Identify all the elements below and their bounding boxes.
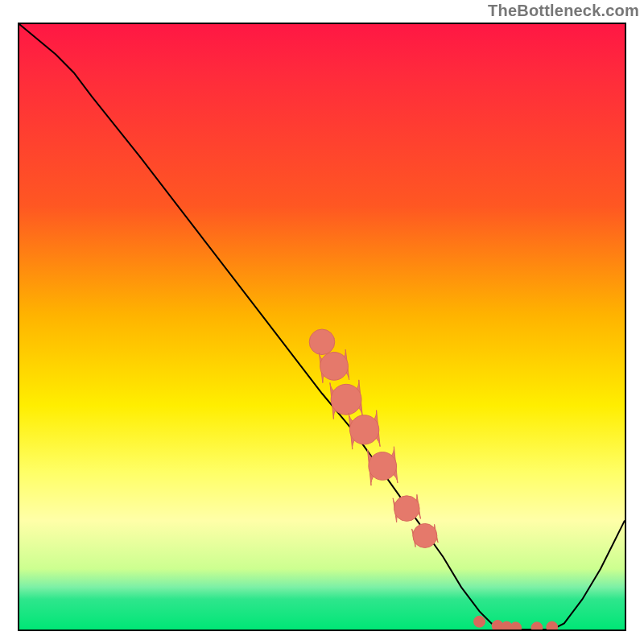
plot-area — [18, 23, 626, 631]
marker-cluster-bump — [413, 523, 437, 547]
marker-cluster-bump — [349, 415, 378, 444]
marker-cluster-bump — [320, 353, 349, 381]
attribution-text: TheBottleneck.com — [488, 2, 639, 20]
marker-cluster-bump — [309, 329, 335, 355]
bottom-dot — [547, 621, 558, 631]
marker-cluster-bump — [394, 496, 419, 522]
chart-svg — [19, 24, 625, 630]
marker-cluster-group — [309, 329, 438, 547]
chart-container: TheBottleneck.com — [0, 0, 644, 644]
marker-cluster-bump — [369, 452, 397, 481]
bottom-dot — [474, 616, 485, 627]
marker-cluster-bump — [331, 384, 361, 415]
bottom-dot — [531, 622, 543, 631]
bottom-dot — [510, 622, 522, 631]
bottleneck-curve — [19, 24, 625, 630]
